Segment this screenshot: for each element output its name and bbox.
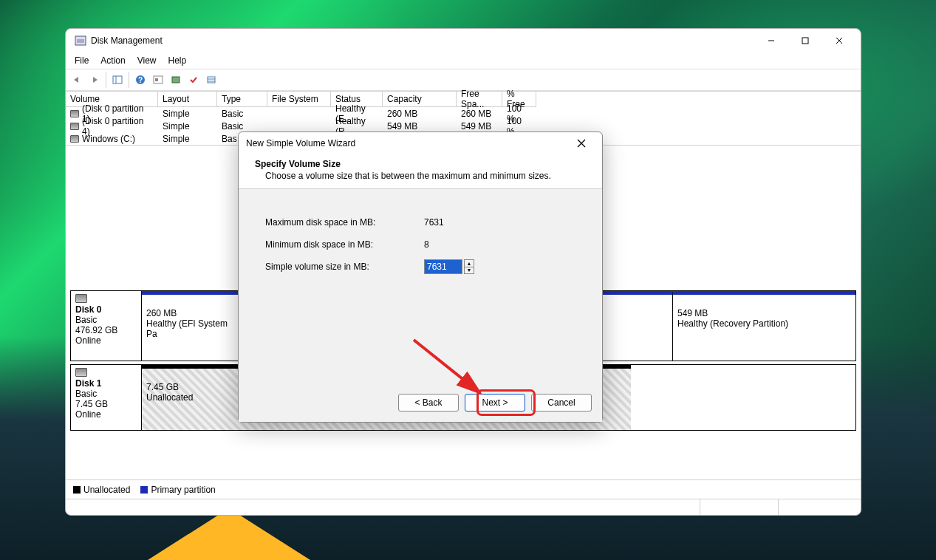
size-spinner[interactable]: ▲ ▼ <box>464 259 474 274</box>
show-hide-icon[interactable] <box>109 72 126 88</box>
window-title: Disk Management <box>91 35 754 46</box>
forward-icon[interactable] <box>86 72 103 88</box>
list-icon[interactable] <box>203 72 219 88</box>
properties-icon[interactable] <box>168 72 184 88</box>
close-button[interactable] <box>822 29 856 52</box>
col-fs[interactable]: File System <box>267 92 331 107</box>
next-button[interactable]: Next > <box>465 394 525 412</box>
minimize-button[interactable] <box>754 29 788 52</box>
svg-rect-11 <box>155 78 158 81</box>
col-capacity[interactable]: Capacity <box>383 92 457 107</box>
menu-help[interactable]: Help <box>164 55 191 66</box>
legend-unallocated-swatch <box>73 486 81 494</box>
menubar: File Action View Help <box>66 52 861 69</box>
max-space-label: Maximum disk space in MB: <box>265 217 424 228</box>
new-simple-volume-wizard: New Simple Volume Wizard Specify Volume … <box>238 132 603 423</box>
svg-text:?: ? <box>138 76 143 84</box>
wizard-subtitle: Choose a volume size that is between the… <box>265 171 586 181</box>
volume-size-label: Simple volume size in MB: <box>265 262 424 272</box>
col-type[interactable]: Type <box>217 92 267 107</box>
disk-icon <box>75 294 87 303</box>
refresh-icon[interactable] <box>150 72 166 88</box>
wizard-heading: Specify Volume Size <box>255 159 341 169</box>
drive-icon <box>70 135 79 143</box>
app-icon <box>75 35 86 47</box>
statusbar <box>66 499 861 515</box>
disk0-label[interactable]: Disk 0 Basic 476.92 GB Online <box>71 291 142 361</box>
col-free[interactable]: Free Spa... <box>457 92 502 107</box>
disk0-partition4[interactable]: 549 MB Healthy (Recovery Partition) <box>672 291 855 361</box>
wizard-banner: Specify Volume Size Choose a volume size… <box>239 154 602 189</box>
drive-icon <box>70 110 79 117</box>
back-icon[interactable] <box>69 72 85 88</box>
svg-rect-3 <box>802 38 808 44</box>
wizard-close-button[interactable] <box>568 132 595 154</box>
wizard-title: New Simple Volume Wizard <box>246 138 568 148</box>
help-icon[interactable]: ? <box>132 72 148 88</box>
wallpaper-tent <box>148 508 310 560</box>
drive-icon <box>70 123 79 130</box>
svg-rect-1 <box>77 39 84 43</box>
svg-rect-6 <box>113 76 122 83</box>
svg-rect-12 <box>172 77 180 83</box>
cancel-button[interactable]: Cancel <box>531 394 592 412</box>
check-icon[interactable] <box>185 72 202 88</box>
spinner-down-icon[interactable]: ▼ <box>465 267 474 274</box>
table-row[interactable]: (Disk 0 partition 1) Simple Basic Health… <box>66 107 861 120</box>
max-space-value: 7631 <box>424 217 444 228</box>
toolbar: ? <box>66 69 861 91</box>
legend-primary-swatch <box>140 486 148 494</box>
disk0-partition1[interactable]: 260 MB Healthy (EFI System Pa <box>142 291 242 361</box>
disk1-label[interactable]: Disk 1 Basic 7.45 GB Online <box>71 365 142 430</box>
menu-file[interactable]: File <box>70 55 93 66</box>
titlebar[interactable]: Disk Management <box>66 29 861 52</box>
menu-action[interactable]: Action <box>96 55 129 66</box>
disk-icon <box>75 368 87 377</box>
menu-view[interactable]: View <box>133 55 161 66</box>
col-layout[interactable]: Layout <box>158 92 217 107</box>
table-row[interactable]: (Disk 0 partition 4) Simple Basic Health… <box>66 120 861 132</box>
table-header: Volume Layout Type File System Status Ca… <box>66 92 861 107</box>
min-space-label: Minimum disk space in MB: <box>265 239 424 250</box>
min-space-value: 8 <box>424 239 429 250</box>
volume-size-input[interactable] <box>424 259 462 274</box>
legend: Unallocated Primary partition <box>66 479 861 499</box>
maximize-button[interactable] <box>788 29 822 52</box>
svg-rect-13 <box>208 77 215 83</box>
spinner-up-icon[interactable]: ▲ <box>465 260 474 267</box>
back-button[interactable]: < Back <box>398 394 459 412</box>
